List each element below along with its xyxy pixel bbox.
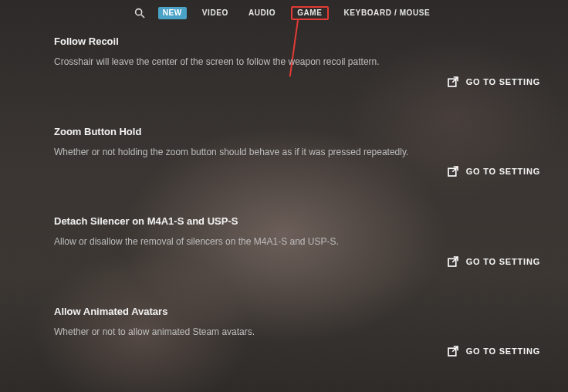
setting-follow-recoil: Follow Recoil Crosshair will leave the c… xyxy=(54,35,540,89)
tab-video[interactable]: VIDEO xyxy=(198,7,233,19)
tab-new[interactable]: NEW xyxy=(158,7,187,19)
svg-line-9 xyxy=(452,346,458,352)
tab-audio[interactable]: AUDIO xyxy=(244,7,280,19)
go-to-setting-button[interactable]: GO TO SETTING xyxy=(446,344,540,358)
svg-line-5 xyxy=(452,167,458,172)
go-to-setting-button[interactable]: GO TO SETTING xyxy=(446,255,540,269)
go-to-setting-label: GO TO SETTING xyxy=(466,77,540,86)
setting-title: Allow Animated Avatars xyxy=(54,306,540,317)
top-nav: NEW VIDEO AUDIO GAME KEYBOARD / MOUSE xyxy=(0,0,568,26)
external-link-icon xyxy=(446,75,460,89)
setting-detach-silencer: Detach Silencer on M4A1-S and USP-S Allo… xyxy=(54,215,540,269)
tab-keyboard-mouse[interactable]: KEYBOARD / MOUSE xyxy=(340,7,435,19)
svg-line-1 xyxy=(141,15,144,18)
go-row: GO TO SETTING xyxy=(54,75,540,89)
go-row: GO TO SETTING xyxy=(54,164,540,178)
search-icon[interactable] xyxy=(134,7,146,19)
setting-title: Detach Silencer on M4A1-S and USP-S xyxy=(54,215,540,227)
svg-line-7 xyxy=(452,257,458,262)
setting-allow-animated-avatars: Allow Animated Avatars Whether or not to… xyxy=(54,306,540,359)
go-to-setting-label: GO TO SETTING xyxy=(466,257,540,266)
setting-title: Zoom Button Hold xyxy=(54,126,540,137)
setting-description: Crosshair will leave the center of the s… xyxy=(54,56,540,69)
svg-point-0 xyxy=(135,9,141,15)
go-to-setting-label: GO TO SETTING xyxy=(466,167,540,176)
go-row: GO TO SETTING xyxy=(54,344,540,358)
external-link-icon xyxy=(446,164,460,178)
external-link-icon xyxy=(446,255,460,269)
go-row: GO TO SETTING xyxy=(54,255,540,269)
go-to-setting-label: GO TO SETTING xyxy=(466,346,540,356)
setting-description: Allow or disallow the removal of silence… xyxy=(54,236,540,248)
external-link-icon xyxy=(446,344,460,358)
setting-zoom-button-hold: Zoom Button Hold Whether or not holding … xyxy=(54,126,540,179)
setting-description: Whether or not holding the zoom button s… xyxy=(54,147,540,159)
setting-description: Whether or not to allow animated Steam a… xyxy=(54,326,540,339)
go-to-setting-button[interactable]: GO TO SETTING xyxy=(446,164,540,178)
setting-title: Follow Recoil xyxy=(54,35,540,47)
tab-game[interactable]: GAME xyxy=(291,6,328,20)
go-to-setting-button[interactable]: GO TO SETTING xyxy=(446,75,540,89)
settings-list: Follow Recoil Crosshair will leave the c… xyxy=(54,35,540,392)
svg-line-3 xyxy=(452,77,458,83)
